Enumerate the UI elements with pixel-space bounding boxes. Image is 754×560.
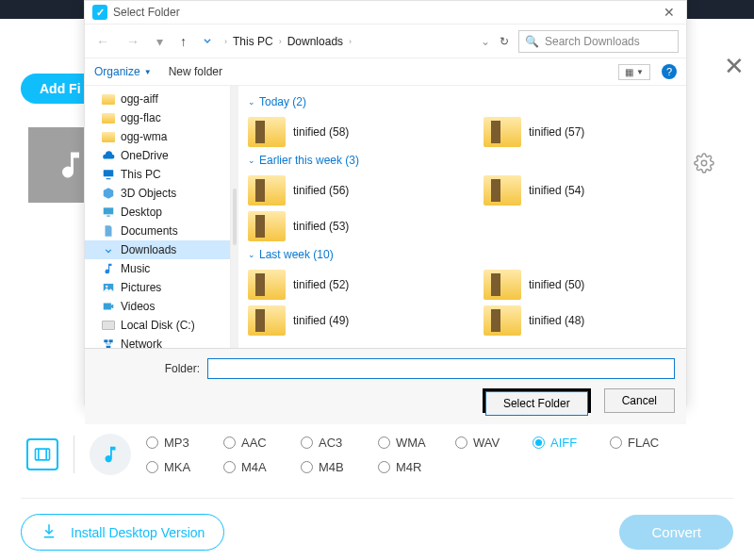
format-radio-mp3[interactable]: MP3 xyxy=(146,436,223,450)
install-desktop-label: Install Desktop Version xyxy=(71,525,205,540)
folder-icon xyxy=(248,117,286,147)
tree-item-ogg-wma[interactable]: ogg-wma xyxy=(85,127,230,146)
new-folder-button[interactable]: New folder xyxy=(169,65,222,78)
group-header[interactable]: ⌄Earlier this week (3) xyxy=(248,154,677,167)
tree-item-network[interactable]: Network xyxy=(85,335,230,348)
download-icon xyxy=(41,522,57,542)
nav-recent-icon[interactable]: ▾ xyxy=(153,34,167,49)
crumb-folder[interactable]: Downloads xyxy=(287,35,343,48)
group-header[interactable]: ⌄Last week (10) xyxy=(248,248,677,261)
folder-tree: ogg-aiffogg-flacogg-wmaOneDriveThis PC3D… xyxy=(85,86,231,348)
folder-field-label: Folder: xyxy=(96,362,200,375)
tree-item-label: Music xyxy=(121,262,150,275)
tree-item-downloads[interactable]: Downloads xyxy=(85,240,230,259)
folder-name: tinified (50) xyxy=(529,278,584,291)
tree-item-label: Documents xyxy=(121,224,178,238)
svg-rect-3 xyxy=(107,216,110,217)
organize-menu[interactable]: Organize▼ xyxy=(94,65,152,78)
gear-icon[interactable] xyxy=(694,153,714,176)
tree-item-onedrive[interactable]: OneDrive xyxy=(85,146,230,165)
tree-item-videos[interactable]: Videos xyxy=(85,297,230,316)
tree-item-documents[interactable]: Documents xyxy=(85,222,230,240)
svg-rect-7 xyxy=(104,339,107,342)
radio-dot-icon xyxy=(610,436,622,449)
folder-item[interactable]: tinified (50) xyxy=(484,267,663,303)
folder-icon xyxy=(102,130,115,143)
format-radio-wav[interactable]: WAV xyxy=(455,436,533,450)
folder-name-input[interactable] xyxy=(207,358,675,379)
tree-item-label: This PC xyxy=(121,168,161,181)
tree-item-3d-objects[interactable]: 3D Objects xyxy=(85,184,230,203)
tree-item-local-disk-c-[interactable]: Local Disk (C:) xyxy=(85,316,230,335)
radio-dot-icon xyxy=(301,436,313,449)
format-radio-m4b[interactable]: M4B xyxy=(301,460,378,474)
audio-formats-icon[interactable] xyxy=(90,434,131,475)
group-header[interactable]: ⌄Today (2) xyxy=(248,95,677,108)
format-radio-wma[interactable]: WMA xyxy=(378,436,455,450)
refresh-icon[interactable]: ↻ xyxy=(500,35,509,48)
video-formats-icon[interactable] xyxy=(26,438,58,470)
radio-dot-icon xyxy=(223,461,236,473)
format-radio-aac[interactable]: AAC xyxy=(223,436,301,450)
folder-name: tinified (49) xyxy=(293,314,349,327)
folder-item[interactable]: tinified (58) xyxy=(248,114,427,150)
format-radio-ac3[interactable]: AC3 xyxy=(301,436,378,450)
folder-item[interactable]: tinified (52) xyxy=(248,267,427,303)
video-icon xyxy=(102,300,115,313)
cloud-icon xyxy=(102,149,115,162)
format-radio-m4r[interactable]: M4R xyxy=(378,460,455,474)
folder-item[interactable]: tinified (48) xyxy=(484,303,663,338)
group-title: Last week (10) xyxy=(259,248,334,261)
nav-forward-icon[interactable]: → xyxy=(123,34,143,49)
tree-item-label: Downloads xyxy=(121,243,176,256)
folder-item[interactable]: tinified (56) xyxy=(248,173,427,208)
radio-dot-icon xyxy=(223,436,236,449)
tree-item-pictures[interactable]: Pictures xyxy=(85,278,230,297)
crumb-root[interactable]: This PC xyxy=(233,35,273,48)
close-icon[interactable]: ✕ xyxy=(724,52,745,81)
view-mode-button[interactable]: ▦ ▼ xyxy=(618,64,650,80)
tree-item-label: Local Disk (C:) xyxy=(121,319,195,332)
convert-button[interactable]: Convert xyxy=(619,515,733,550)
folder-name: tinified (57) xyxy=(529,125,584,139)
help-icon[interactable]: ? xyxy=(662,64,677,79)
search-input[interactable]: 🔍 Search Downloads xyxy=(518,30,679,53)
chevron-down-icon[interactable]: ⌄ xyxy=(481,35,490,48)
group-title: Earlier this week (3) xyxy=(259,154,359,167)
folder-item[interactable]: tinified (54) xyxy=(484,173,663,208)
select-folder-button[interactable]: Select Folder xyxy=(485,391,588,416)
dialog-close-icon[interactable]: ✕ xyxy=(660,5,679,20)
folder-item[interactable]: tinified (53) xyxy=(248,208,427,244)
tree-item-ogg-flac[interactable]: ogg-flac xyxy=(85,108,230,127)
folder-item[interactable]: tinified (57) xyxy=(484,114,663,150)
format-radio-label: AAC xyxy=(241,436,267,450)
download-arrow-icon xyxy=(200,32,215,50)
breadcrumb[interactable]: › This PC › Downloads › xyxy=(224,35,352,48)
folder-icon xyxy=(484,270,521,300)
format-radio-label: M4B xyxy=(319,460,344,474)
format-radio-label: M4R xyxy=(396,460,421,474)
cancel-button[interactable]: Cancel xyxy=(604,388,675,413)
tree-item-label: ogg-wma xyxy=(121,130,167,143)
folder-item[interactable]: tinified (49) xyxy=(248,303,427,338)
tree-item-this-pc[interactable]: This PC xyxy=(85,165,230,184)
nav-up-icon[interactable]: ↑ xyxy=(176,34,190,49)
nav-back-icon[interactable]: ← xyxy=(92,34,113,49)
svg-rect-8 xyxy=(109,339,113,342)
format-radio-m4a[interactable]: M4A xyxy=(223,460,301,474)
tree-item-ogg-aiff[interactable]: ogg-aiff xyxy=(85,90,230,108)
dialog-footer: Folder: Select Folder Cancel xyxy=(85,348,686,424)
tree-item-music[interactable]: Music xyxy=(85,259,230,278)
download-icon xyxy=(102,243,115,256)
install-desktop-button[interactable]: Install Desktop Version xyxy=(21,514,224,551)
format-radio-flac[interactable]: FLAC xyxy=(610,436,687,450)
tree-item-label: ogg-aiff xyxy=(121,92,158,106)
radio-dot-icon xyxy=(146,436,158,449)
radio-dot-icon xyxy=(378,461,390,473)
folder-icon xyxy=(102,111,115,124)
app-logo-icon: ✓ xyxy=(92,5,107,20)
format-radio-mka[interactable]: MKA xyxy=(146,460,223,474)
format-radio-aiff[interactable]: AIFF xyxy=(533,436,610,450)
tree-item-desktop[interactable]: Desktop xyxy=(85,203,230,222)
splitter-handle[interactable] xyxy=(231,86,238,348)
